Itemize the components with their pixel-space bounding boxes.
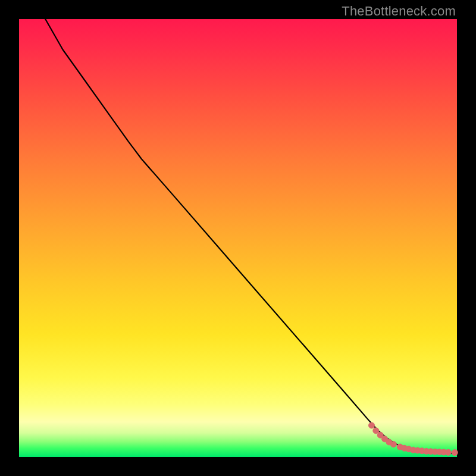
bottleneck-curve: [45, 19, 457, 453]
data-point: [452, 450, 458, 456]
chart-container: TheBottleneck.com: [0, 0, 476, 476]
data-point: [390, 441, 396, 447]
data-point: [369, 422, 375, 428]
data-points: [369, 422, 458, 456]
watermark-label: TheBottleneck.com: [342, 4, 456, 19]
data-point: [445, 449, 451, 455]
chart-overlay: [19, 19, 457, 457]
data-point: [373, 428, 379, 434]
